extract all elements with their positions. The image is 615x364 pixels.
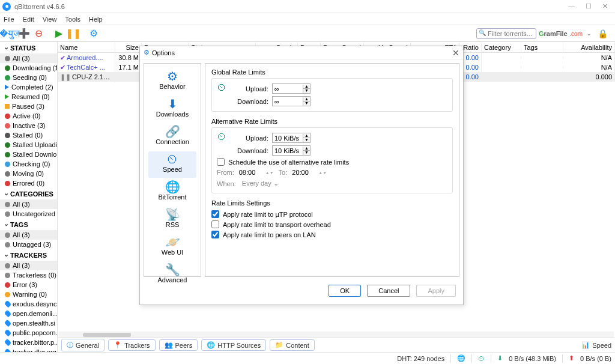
options-nav-item[interactable]: ⚙Behavior xyxy=(148,68,196,95)
options-pane-speed: Global Rate Limits ⏲ Upload: ▲▼ Download… xyxy=(205,63,459,277)
limit-lan-checkbox[interactable] xyxy=(211,231,219,238)
global-download-input[interactable]: ▲▼ xyxy=(272,96,311,106)
schedule-checkbox[interactable] xyxy=(217,158,225,166)
download-label: Download: xyxy=(232,98,268,105)
cancel-button[interactable]: Cancel xyxy=(367,285,410,297)
sidebar-item-label: Stalled (0) xyxy=(13,132,43,139)
sidebar-header[interactable]: TRACKERS xyxy=(0,249,57,261)
filter-input-wrap[interactable] xyxy=(476,28,536,39)
menu-file[interactable]: File xyxy=(4,16,14,23)
lock-icon[interactable]: 🔒 xyxy=(598,29,608,38)
sidebar-item[interactable]: Stalled Downlo... xyxy=(0,150,57,159)
global-upload-input[interactable]: ▲▼ xyxy=(272,83,311,94)
menu-tools[interactable]: Tools xyxy=(65,16,80,23)
sidebar-item[interactable]: Active (0) xyxy=(0,111,57,121)
options-nav-item[interactable]: ⬇Downloads xyxy=(148,96,196,123)
sidebar-item[interactable]: tracker.bittor.p... xyxy=(0,338,57,347)
cell-size: 30.8 M xyxy=(115,53,142,62)
add-torrent-icon[interactable]: ➕ xyxy=(18,28,30,40)
tab-speed[interactable]: 📊Speed xyxy=(581,341,611,349)
gramfile-logo: GramFile .com xyxy=(539,29,583,38)
options-nav-item[interactable]: ⏲Speed xyxy=(148,151,196,178)
tab-http[interactable]: 🌐HTTP Sources xyxy=(201,339,266,351)
sidebar-item-label: All (3) xyxy=(13,201,30,208)
down-rate: 0 B/s (48.3 MiB) xyxy=(509,355,556,362)
sidebar-item[interactable]: Checking (0) xyxy=(0,159,57,169)
options-nav-item[interactable]: 🪐Web UI xyxy=(148,234,196,261)
sidebar-item[interactable]: Moving (0) xyxy=(0,169,57,178)
speed-gauge-icon[interactable]: ⏲ xyxy=(478,355,485,362)
close-icon[interactable]: ✕ xyxy=(602,2,608,10)
sidebar-item[interactable]: Trackerless (0) xyxy=(0,270,57,280)
settings-icon[interactable]: ⚙ xyxy=(88,28,100,40)
filter-input[interactable] xyxy=(488,30,533,37)
sidebar-item[interactable]: exodus.desync... xyxy=(0,299,57,309)
when-select[interactable]: Every day ⌄ xyxy=(241,180,287,187)
menu-edit[interactable]: Edit xyxy=(23,16,34,23)
sidebar-item-label: Seeding (0) xyxy=(13,74,47,81)
sidebar-item[interactable]: Downloading (1) xyxy=(0,63,57,73)
options-close-icon[interactable]: ✕ xyxy=(452,48,459,58)
window-title: qBittorrent v4.6.6 xyxy=(14,3,65,10)
sidebar-item[interactable]: Warning (0) xyxy=(0,290,57,299)
when-label: When: xyxy=(217,180,236,187)
remove-icon[interactable]: ⊖ xyxy=(32,28,44,40)
alt-download-input[interactable]: ▲▼ xyxy=(272,145,311,156)
resume-icon[interactable]: ▶ xyxy=(53,28,65,40)
add-link-icon[interactable]: �युज xyxy=(4,28,16,40)
sidebar-header[interactable]: CATEGORIES xyxy=(0,188,57,199)
col-category[interactable]: Category xyxy=(482,43,521,52)
tab-peers[interactable]: 👥Peers xyxy=(159,339,198,351)
sidebar-item[interactable]: tracker.dler.org... xyxy=(0,347,57,352)
sidebar-item[interactable]: Resumed (0) xyxy=(0,92,57,102)
tab-general[interactable]: ⓘGeneral xyxy=(61,339,105,351)
col-name[interactable]: Name xyxy=(58,43,115,52)
tab-trackers[interactable]: 📍Trackers xyxy=(108,339,155,351)
sidebar-item[interactable]: Completed (2) xyxy=(0,82,57,92)
apply-button[interactable]: Apply xyxy=(416,285,456,297)
chevron-down-icon[interactable]: ⌄ xyxy=(586,29,592,37)
sidebar-header[interactable]: TAGS xyxy=(0,219,57,230)
options-nav-item[interactable]: 🔧Advanced xyxy=(148,262,196,288)
limit-overhead-checkbox[interactable] xyxy=(211,220,219,228)
sidebar-item[interactable]: public.popcorn... xyxy=(0,328,57,338)
col-avail[interactable]: Availability xyxy=(563,43,615,52)
alt-upload-input[interactable]: ▲▼ xyxy=(272,133,311,143)
sidebar-item[interactable]: Stalled (0) xyxy=(0,130,57,140)
to-time-input[interactable] xyxy=(292,169,314,176)
col-size[interactable]: Size xyxy=(115,43,142,52)
limit-utp-checkbox[interactable] xyxy=(211,210,219,218)
detail-tabs: ⓘGeneral 📍Trackers 👥Peers 🌐HTTP Sources … xyxy=(58,338,615,352)
sidebar-item[interactable]: Untagged (3) xyxy=(0,240,57,249)
sidebar-item[interactable]: Error (3) xyxy=(0,280,57,290)
sidebar-item[interactable]: Stalled Uploadi... xyxy=(0,140,57,150)
sidebar-item[interactable]: open.demonii.... xyxy=(0,309,57,318)
sidebar-item[interactable]: All (3) xyxy=(0,53,57,63)
h-scrollbar[interactable] xyxy=(59,332,614,338)
up-rate: 0 B/s (0 B) xyxy=(580,355,611,362)
sidebar-item[interactable]: All (3) xyxy=(0,199,57,209)
limit-lan-label: Apply rate limit to peers on LAN xyxy=(223,231,316,238)
options-nav-item[interactable]: 🌐BitTorrent xyxy=(148,179,196,205)
menu-view[interactable]: View xyxy=(43,16,57,23)
sidebar-item[interactable]: Seeding (0) xyxy=(0,73,57,82)
tab-content[interactable]: 📁Content xyxy=(270,339,315,351)
sidebar-item[interactable]: Inactive (3) xyxy=(0,121,57,130)
menu-help[interactable]: Help xyxy=(89,16,103,23)
pause-icon[interactable]: ❚❚ xyxy=(67,28,79,40)
sidebar-item[interactable]: Uncategorized ... xyxy=(0,209,57,219)
sidebar-item[interactable]: All (3) xyxy=(0,261,57,270)
sidebar-item[interactable]: Paused (3) xyxy=(0,102,57,111)
sidebar-header[interactable]: STATUS xyxy=(0,42,57,53)
col-tags[interactable]: Tags xyxy=(521,43,563,52)
options-nav-item[interactable]: 📡RSS xyxy=(148,207,196,233)
sidebar-item[interactable]: open.stealth.si ... xyxy=(0,318,57,328)
options-nav-item[interactable]: 🔗Connection xyxy=(148,124,196,150)
minimize-icon[interactable]: — xyxy=(568,2,575,10)
ok-button[interactable]: OK xyxy=(329,285,361,297)
maximize-icon[interactable]: ☐ xyxy=(586,2,592,10)
from-time-input[interactable] xyxy=(239,169,261,176)
sidebar-item[interactable]: All (3) xyxy=(0,230,57,240)
sidebar-item[interactable]: Errored (0) xyxy=(0,178,57,188)
sidebar-item-label: Stalled Uploadi... xyxy=(13,141,57,148)
